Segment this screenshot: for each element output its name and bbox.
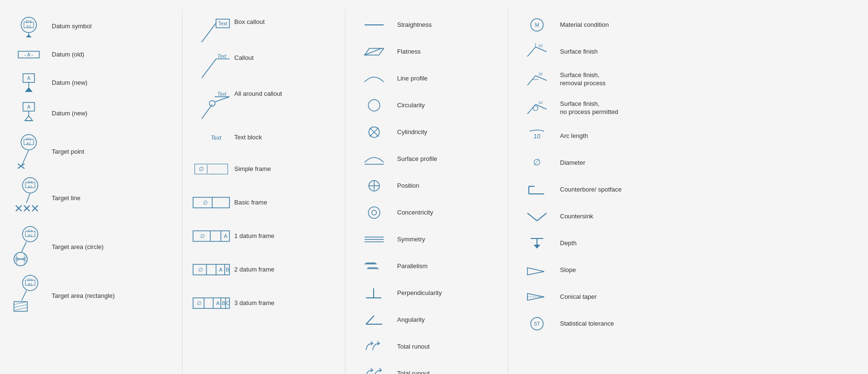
- box-callout-row: Text Box callout: [192, 14, 335, 45]
- line-profile-icon: [355, 71, 393, 86]
- svg-text:∅: ∅: [203, 200, 208, 205]
- countersink-label: Countersink: [556, 213, 593, 221]
- concentricity-row: Concentricity: [355, 202, 498, 223]
- svg-line-52: [14, 302, 27, 305]
- svg-text:∅: ∅: [198, 267, 203, 272]
- svg-marker-143: [527, 268, 544, 275]
- datum-new1-label: Datum (new): [48, 79, 87, 87]
- angularity-row: Angularity: [355, 309, 498, 330]
- svg-line-121: [527, 47, 536, 57]
- symmetry-label: Symmetry: [393, 236, 425, 244]
- svg-text:∅: ∅: [197, 300, 202, 306]
- slope-icon: [518, 263, 556, 277]
- conical-taper-row: Conical taper: [518, 286, 699, 307]
- symmetry-icon: [355, 232, 393, 247]
- surface-finish-removal-row: 32 Surface finish, removal process: [518, 68, 699, 91]
- target-area-rect-row: ∅1 A1 Target area (rectangle): [10, 274, 172, 317]
- total-runout1-icon: [355, 340, 393, 354]
- total-runout2-label: Total runout: [393, 370, 430, 374]
- target-point-icon: ∅1 A1: [10, 133, 48, 171]
- svg-text:A1: A1: [28, 233, 33, 238]
- 1datum-frame-label: 1 datum frame: [230, 232, 274, 240]
- datum-old-label: Datum (old): [48, 51, 84, 59]
- svg-line-62: [202, 104, 212, 119]
- datum-new1-row: A Datum (new): [10, 71, 172, 95]
- svg-text:A: A: [27, 104, 31, 110]
- svg-text:Text: Text: [217, 91, 227, 97]
- datum-symbol-icon: ∅1 A1: [10, 14, 48, 38]
- straightness-icon: [355, 18, 393, 32]
- datum-new1-icon: A: [10, 71, 48, 95]
- surface-profile-row: Surface profile: [355, 148, 498, 170]
- callout-row: Text Callout: [192, 50, 335, 80]
- circularity-row: Circularity: [355, 95, 498, 116]
- simple-frame-icon: ∅: [192, 164, 230, 174]
- svg-text:∅1: ∅1: [25, 19, 32, 24]
- target-line-label: Target line: [48, 194, 80, 203]
- box-callout-label: Box callout: [230, 18, 265, 26]
- symmetry-row: Symmetry: [355, 229, 498, 250]
- target-point-row: ∅1 A1 Target point: [10, 133, 172, 171]
- basic-frame-row: ∅ Basic frame: [192, 192, 335, 213]
- svg-text:ST: ST: [534, 321, 540, 327]
- datum-new2-icon: A: [10, 101, 48, 127]
- svg-marker-11: [25, 87, 33, 92]
- svg-text:32: 32: [538, 44, 543, 48]
- cylindricity-label: Cylindricity: [393, 128, 427, 136]
- depth-row: Depth: [518, 233, 699, 254]
- svg-line-138: [527, 213, 537, 221]
- 3datum-frame-row: ∅ A B C 3 datum frame: [192, 293, 335, 314]
- svg-text:A: A: [216, 300, 220, 306]
- surface-finish-icon: 32: [518, 42, 556, 61]
- svg-line-129: [527, 104, 536, 114]
- svg-line-139: [537, 213, 547, 221]
- svg-text:B: B: [222, 300, 225, 306]
- all-around-callout-icon: Text: [192, 90, 230, 121]
- svg-text:A: A: [27, 76, 31, 81]
- svg-line-53: [14, 305, 27, 307]
- svg-line-59: [202, 59, 216, 78]
- svg-text:10: 10: [534, 133, 540, 140]
- text-block-icon: Text: [192, 130, 230, 145]
- counterbore-icon: [518, 182, 556, 197]
- datum-new2-label: Datum (new): [48, 110, 87, 118]
- parallelism-row: Parallelism: [355, 256, 498, 277]
- diameter-label: Diameter: [556, 159, 585, 167]
- svg-point-96: [368, 100, 380, 111]
- svg-line-39: [22, 242, 26, 252]
- surface-finish-no-process-row: 32 Surface finish, no process permitted: [518, 97, 699, 120]
- slope-label: Slope: [556, 266, 576, 274]
- target-line-row: ∅1 A1 Target line: [10, 177, 172, 220]
- line-profile-row: Line profile: [355, 68, 498, 89]
- svg-line-21: [22, 150, 29, 166]
- flatness-row: Flatness: [355, 41, 498, 62]
- svg-point-105: [368, 207, 380, 218]
- svg-text:∅: ∅: [200, 233, 205, 239]
- svg-text:A: A: [224, 233, 228, 239]
- parallelism-icon: [355, 259, 393, 273]
- concentricity-label: Concentricity: [393, 209, 433, 217]
- svg-line-50: [22, 291, 26, 301]
- svg-text:B: B: [226, 267, 229, 272]
- diameter-icon: ∅: [518, 156, 556, 170]
- cylindricity-row: Cylindricity: [355, 122, 498, 143]
- material-condition-row: M Material condition: [518, 14, 699, 35]
- material-condition-label: Material condition: [556, 21, 609, 29]
- svg-text:A1: A1: [28, 282, 33, 286]
- svg-line-54: [14, 307, 27, 310]
- diameter-row: ∅ Diameter: [518, 152, 699, 173]
- 3datum-frame-icon: ∅ A B C: [192, 296, 230, 310]
- svg-text:A: A: [219, 267, 223, 272]
- datum-old-row: - A - Datum (old): [10, 44, 172, 65]
- cylindricity-icon: [355, 125, 393, 139]
- conical-taper-icon: [518, 290, 556, 304]
- target-area-rect-icon: ∅1 A1: [10, 274, 48, 317]
- flatness-icon: [355, 45, 393, 59]
- depth-label: Depth: [556, 239, 577, 248]
- surface-finish-removal-label: Surface finish, removal process: [556, 71, 605, 88]
- datum-symbol-row: ∅1 A1 Datum symbol: [10, 14, 172, 38]
- concentricity-icon: [355, 205, 393, 220]
- arc-length-icon: 10: [518, 129, 556, 143]
- svg-text:M: M: [535, 22, 539, 28]
- svg-marker-5: [26, 34, 32, 37]
